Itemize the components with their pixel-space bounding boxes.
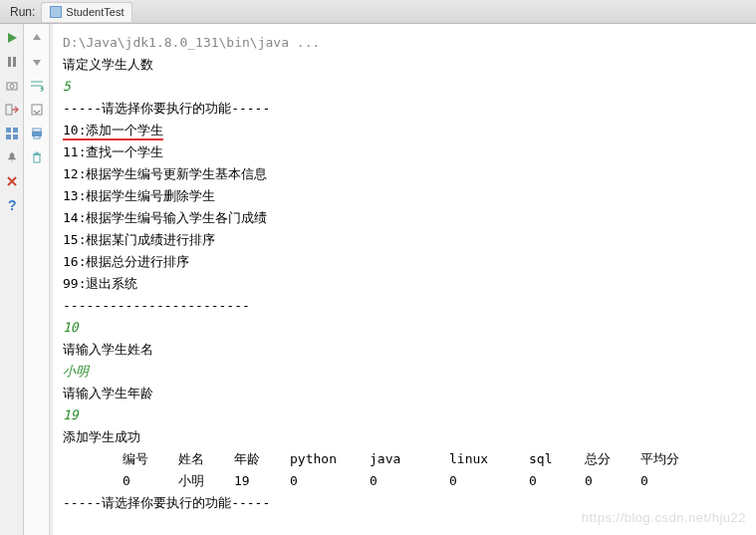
table-header: python <box>280 448 360 470</box>
table-header: java <box>360 448 439 470</box>
clear-icon[interactable] <box>29 149 45 165</box>
console-output[interactable]: D:\Java\jdk1.8.0_131\bin\java ... 请定义学生人… <box>53 24 756 535</box>
table-cell: 0 <box>630 470 710 492</box>
svg-rect-4 <box>6 105 12 115</box>
output-line: 12:根据学生编号更新学生基本信息 <box>63 163 746 185</box>
svg-text:?: ? <box>8 198 17 212</box>
table-header: 总分 <box>575 448 630 470</box>
output-line: ------------------------ <box>63 295 746 317</box>
output-line: -----请选择你要执行的功能----- <box>63 98 746 120</box>
table-cell: 0 <box>519 470 575 492</box>
output-line: 99:退出系统 <box>63 273 746 295</box>
left-toolbar: ? <box>0 24 24 535</box>
table-cell: 19 <box>224 470 280 492</box>
table-header-row: 编号 姓名 年龄 python java linux sql 总分 平均分 <box>63 448 746 470</box>
down-arrow-icon[interactable] <box>29 54 45 70</box>
user-input: 10 <box>63 317 746 339</box>
table-cell: 0 <box>280 470 360 492</box>
output-line: 11:查找一个学生 <box>63 141 746 163</box>
scroll-to-end-icon[interactable] <box>29 102 45 118</box>
close-button[interactable] <box>4 173 20 189</box>
command-line: D:\Java\jdk1.8.0_131\bin\java ... <box>63 32 746 54</box>
table-header: linux <box>439 448 519 470</box>
tab-bar: Run: StudentTest <box>0 0 756 24</box>
svg-rect-5 <box>6 128 11 133</box>
output-line: 请定义学生人数 <box>63 54 746 76</box>
run-label: Run: <box>4 5 41 19</box>
pause-button[interactable] <box>4 54 20 70</box>
svg-rect-8 <box>13 134 18 139</box>
file-icon <box>50 6 62 18</box>
output-line: 15:根据某门成绩进行排序 <box>63 229 746 251</box>
user-input: 5 <box>63 76 746 98</box>
dump-button[interactable] <box>4 78 20 94</box>
svg-rect-1 <box>13 57 16 67</box>
help-button[interactable]: ? <box>4 197 20 213</box>
table-header: 平均分 <box>630 448 710 470</box>
up-arrow-icon[interactable] <box>29 30 45 46</box>
table-header: 编号 <box>113 448 168 470</box>
user-input: 小明 <box>63 361 746 383</box>
table-row: 0 小明 19 0 0 0 0 0 0 <box>63 470 746 492</box>
table-cell: 0 <box>575 470 630 492</box>
svg-rect-7 <box>6 134 11 139</box>
output-line: 添加学生成功 <box>63 426 746 448</box>
output-line: 13:根据学生编号删除学生 <box>63 185 746 207</box>
svg-point-3 <box>10 85 14 89</box>
table-cell: 0 <box>439 470 519 492</box>
wrap-icon[interactable] <box>29 78 45 94</box>
svg-rect-0 <box>8 57 11 67</box>
table-cell: 小明 <box>168 470 224 492</box>
layout-button[interactable] <box>4 126 20 141</box>
table-cell: 0 <box>360 470 439 492</box>
print-icon[interactable] <box>29 126 45 141</box>
svg-rect-14 <box>34 154 40 162</box>
table-header: 年龄 <box>224 448 280 470</box>
exit-button[interactable] <box>4 102 20 118</box>
watermark: https://blog.csdn.net/hju22 <box>582 507 746 529</box>
tab-title: StudentTest <box>66 6 124 18</box>
table-cell: 0 <box>113 470 168 492</box>
main-area: ? D:\Java\jdk1.8.0_131\bin\java ... 请定义学… <box>0 24 756 535</box>
table-header: sql <box>519 448 575 470</box>
tab-studenttest[interactable]: StudentTest <box>41 2 132 22</box>
sub-toolbar <box>24 24 50 535</box>
output-line: 请输入学生年龄 <box>63 383 746 404</box>
output-line: 请输入学生姓名 <box>63 339 746 361</box>
table-header: 姓名 <box>168 448 224 470</box>
svg-rect-11 <box>33 129 41 132</box>
highlighted-option: 10:添加一个学生 <box>63 123 163 140</box>
svg-rect-13 <box>34 135 40 138</box>
svg-rect-6 <box>13 128 18 133</box>
user-input: 19 <box>63 404 746 426</box>
output-line: 14:根据学生编号输入学生各门成绩 <box>63 207 746 229</box>
rerun-button[interactable] <box>4 30 20 46</box>
pin-button[interactable] <box>4 149 20 165</box>
output-line: 10:添加一个学生 <box>63 120 746 141</box>
output-line: 16:根据总分进行排序 <box>63 251 746 273</box>
